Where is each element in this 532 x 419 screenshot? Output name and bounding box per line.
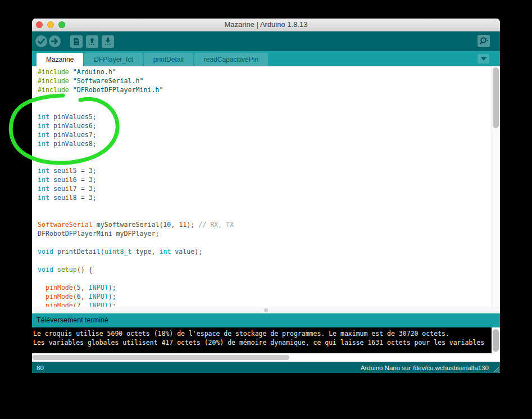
code-line: #include "Arduino.h" bbox=[38, 67, 491, 76]
code-line: int seuil6 = 3; bbox=[38, 175, 491, 184]
code-line: int pinValues7; bbox=[38, 130, 491, 139]
window-title: Mazarine | Arduino 1.8.13 bbox=[32, 19, 500, 31]
code-line: int seuil7 = 3; bbox=[38, 184, 491, 193]
code-line bbox=[38, 274, 491, 283]
status-message: Téléversement terminé bbox=[37, 316, 108, 324]
console-hscrollbar[interactable] bbox=[32, 353, 500, 362]
code-line bbox=[38, 103, 491, 112]
code-line: int pinValues6; bbox=[38, 121, 491, 130]
minimize-button[interactable] bbox=[47, 21, 54, 28]
traffic-lights bbox=[36, 21, 65, 28]
code-area[interactable]: #include "Arduino.h"#include "SoftwareSe… bbox=[38, 67, 491, 307]
resize-grip-icon[interactable] bbox=[492, 366, 499, 373]
tabs: MazarineDFPlayer_fctprintDetailreadCapac… bbox=[37, 53, 269, 66]
editor-scrollbar[interactable] bbox=[491, 66, 500, 307]
toolbar bbox=[32, 31, 500, 51]
code-line bbox=[38, 202, 491, 211]
code-line bbox=[38, 238, 491, 247]
titlebar: Mazarine | Arduino 1.8.13 bbox=[32, 19, 500, 31]
tab-readCapacitivePin[interactable]: readCapacitivePin bbox=[194, 53, 268, 66]
console: Le croquis utilise 5690 octets (18%) de … bbox=[32, 327, 500, 353]
code-line: pinMode(6, INPUT); bbox=[38, 292, 491, 301]
arduino-window: Mazarine | Arduino 1.8.13 bbox=[32, 19, 500, 373]
arrow-right-icon bbox=[49, 35, 61, 47]
magnifier-icon bbox=[478, 35, 490, 47]
editor-scrollbar-thumb[interactable] bbox=[493, 67, 499, 128]
console-line: Le croquis utilise 5690 octets (18%) de … bbox=[33, 329, 492, 338]
footer-bar: 80 Arduino Nano sur /dev/cu.wchusbserial… bbox=[32, 362, 500, 373]
tab-menu-button[interactable] bbox=[478, 54, 489, 63]
code-line: #include "DFRobotDFPlayerMini.h" bbox=[38, 85, 491, 94]
new-sketch-button[interactable] bbox=[70, 35, 83, 48]
check-icon bbox=[35, 35, 47, 47]
code-editor[interactable]: #include "Arduino.h"#include "SoftwareSe… bbox=[32, 66, 500, 307]
board-port-label: Arduino Nano sur /dev/cu.wchusbserialfa1… bbox=[361, 365, 495, 371]
code-line bbox=[38, 256, 491, 265]
chevron-down-icon bbox=[481, 57, 486, 61]
tab-bar: MazarineDFPlayer_fctprintDetailreadCapac… bbox=[32, 51, 500, 66]
open-sketch-button[interactable] bbox=[86, 35, 98, 48]
code-line: int seuil5 = 3; bbox=[38, 166, 491, 175]
save-sketch-button[interactable] bbox=[102, 35, 114, 48]
code-line: DFRobotDFPlayerMini myDFPlayer; bbox=[38, 229, 491, 238]
console-scrollbar[interactable] bbox=[492, 327, 500, 353]
code-line bbox=[38, 157, 491, 166]
document-icon bbox=[70, 35, 83, 48]
code-line: pinMode(7, INPUT); bbox=[38, 301, 491, 307]
maximize-button[interactable] bbox=[58, 21, 65, 28]
status-bar: Téléversement terminé bbox=[32, 313, 500, 327]
arrow-up-tray-icon bbox=[86, 35, 98, 48]
tab-printDetail[interactable]: printDetail bbox=[144, 53, 193, 66]
close-button[interactable] bbox=[36, 21, 43, 28]
console-scrollbar-thumb[interactable] bbox=[493, 329, 499, 352]
code-line: int pinValues5; bbox=[38, 112, 491, 121]
tab-DFPlayer_fct[interactable]: DFPlayer_fct bbox=[84, 53, 142, 66]
line-number: 80 bbox=[37, 365, 44, 371]
code-line: int pinValues8; bbox=[38, 139, 491, 148]
splitter-handle-icon[interactable] bbox=[264, 308, 268, 312]
code-line bbox=[38, 94, 491, 103]
upload-button[interactable] bbox=[49, 35, 61, 47]
code-line: pinMode(5, INPUT); bbox=[38, 283, 491, 292]
code-line bbox=[38, 211, 491, 220]
console-hscrollbar-thumb[interactable] bbox=[32, 355, 289, 360]
code-line: void setup() { bbox=[38, 265, 491, 274]
code-line: int seuil8 = 3; bbox=[38, 193, 491, 202]
code-line: SoftwareSerial mySoftwareSerial(10, 11);… bbox=[38, 220, 491, 229]
verify-button[interactable] bbox=[35, 35, 47, 47]
console-output[interactable]: Le croquis utilise 5690 octets (18%) de … bbox=[32, 327, 492, 353]
serial-monitor-button[interactable] bbox=[478, 35, 490, 47]
editor-console-splitter[interactable] bbox=[32, 307, 500, 313]
tab-Mazarine[interactable]: Mazarine bbox=[37, 53, 83, 66]
arrow-down-tray-icon bbox=[102, 35, 114, 48]
code-line bbox=[38, 148, 491, 157]
console-line: Les variables globales utilisent 417 oct… bbox=[33, 338, 492, 347]
code-line: void printDetail(uint8_t type, int value… bbox=[38, 247, 491, 256]
code-line: #include "SoftwareSerial.h" bbox=[38, 76, 491, 85]
